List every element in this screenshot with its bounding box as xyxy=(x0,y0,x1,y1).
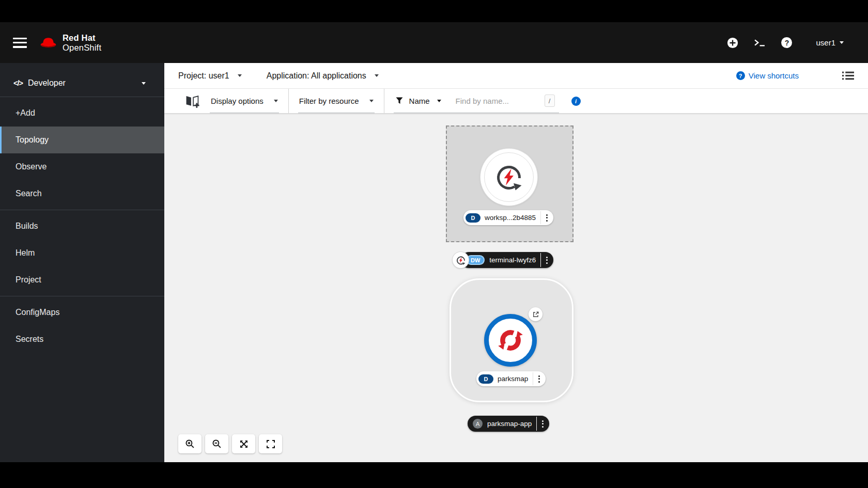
project-dropdown[interactable]: Project: user1 xyxy=(178,71,242,81)
sidebar-item-secrets[interactable]: Secrets xyxy=(0,326,164,353)
workspace-name: worksp...2b4885 xyxy=(485,214,536,222)
topology-canvas[interactable]: D worksp...2b4885 DW terminal-lwyfz6 xyxy=(164,113,868,462)
bottom-letterbox xyxy=(0,462,868,488)
application-name: parksmap-app xyxy=(487,420,532,428)
sidebar-item-project[interactable]: Project xyxy=(0,266,164,293)
parksmap-name: parksmap xyxy=(498,375,528,383)
user-menu[interactable]: user1 xyxy=(816,38,844,47)
openshift-console: Red Hat OpenShift ? user1 xyxy=(0,0,868,488)
expand-arrows-icon xyxy=(239,439,249,449)
canvas-controls xyxy=(178,434,282,453)
project-dropdown-label: Project: user1 xyxy=(178,71,229,81)
kebab-menu-icon[interactable] xyxy=(541,210,552,225)
openshift-logo-icon xyxy=(497,327,524,354)
chevron-down-icon xyxy=(840,41,844,44)
sidebar-nav: +Add Topology Observe Search Builds Helm… xyxy=(0,100,164,353)
zoom-out-icon xyxy=(212,439,222,449)
kebab-menu-icon[interactable] xyxy=(537,416,548,432)
perspective-switcher[interactable]: </> Developer xyxy=(0,72,164,94)
book-plus-icon xyxy=(185,95,199,108)
display-options-label: Display options xyxy=(211,97,264,105)
parksmap-node-label[interactable]: D parksmap xyxy=(476,371,546,386)
sidebar-item-observe[interactable]: Observe xyxy=(0,153,164,180)
sidebar-divider xyxy=(0,296,164,296)
fit-to-screen-button[interactable] xyxy=(232,434,255,453)
deployment-badge: D xyxy=(478,374,493,384)
parksmap-node[interactable] xyxy=(484,314,537,367)
context-bar-right: ? View shortcuts xyxy=(736,71,854,80)
redhat-fedora-icon xyxy=(39,35,58,50)
reset-view-button[interactable] xyxy=(259,434,282,453)
sidebar-item-topology[interactable]: Topology xyxy=(0,127,164,153)
help-menu-button[interactable]: ? xyxy=(781,37,792,48)
terminal-node-label[interactable]: DW terminal-lwyfz6 xyxy=(461,252,553,268)
masthead: Red Hat OpenShift ? user1 xyxy=(0,22,868,63)
kebab-menu-icon[interactable] xyxy=(533,371,545,386)
zoom-in-icon xyxy=(185,439,195,449)
info-circle-icon: i xyxy=(571,97,581,106)
filter-by-resource-label: Filter by resource xyxy=(299,97,359,105)
workspace-node-label[interactable]: D worksp...2b4885 xyxy=(463,210,553,225)
devworkspace-restart-icon xyxy=(456,255,466,265)
open-url-decorator[interactable] xyxy=(529,307,542,321)
zoom-out-button[interactable] xyxy=(205,434,228,453)
find-by-name-input[interactable] xyxy=(456,97,538,105)
list-icon xyxy=(842,71,854,80)
view-shortcuts-label: View shortcuts xyxy=(749,71,799,80)
masthead-actions: ? user1 xyxy=(727,37,844,49)
zoom-in-button[interactable] xyxy=(178,434,202,453)
topology-info-button[interactable]: i xyxy=(571,97,581,106)
terminal-icon xyxy=(754,38,766,47)
devworkspace-restart-icon xyxy=(494,162,524,192)
brand-text: Red Hat OpenShift xyxy=(63,33,101,52)
top-letterbox xyxy=(0,0,868,22)
application-badge: A xyxy=(473,419,483,429)
plus-circle-icon xyxy=(727,37,738,49)
sidebar-item-configmaps[interactable]: ConfigMaps xyxy=(0,299,164,326)
find-by-name-group: Name / xyxy=(394,89,559,113)
quick-create-button[interactable] xyxy=(727,37,738,49)
nav-menu-toggle[interactable] xyxy=(13,38,27,48)
chevron-down-icon xyxy=(369,100,374,102)
topology-toolbar: Display options Filter by resource Name xyxy=(164,89,868,113)
guided-tour-button[interactable] xyxy=(185,89,199,113)
terminal-node[interactable] xyxy=(453,252,469,268)
deployment-badge: D xyxy=(466,213,481,223)
view-shortcuts-link[interactable]: ? View shortcuts xyxy=(736,71,799,80)
main-content: Project: user1 Application: All applicat… xyxy=(164,63,868,462)
application-group-label[interactable]: A parksmap-app xyxy=(468,416,549,432)
chevron-down-icon xyxy=(375,74,379,77)
sidebar-item-helm[interactable]: Helm xyxy=(0,240,164,266)
application-dropdown[interactable]: Application: All applications xyxy=(267,71,379,81)
chevron-down-icon xyxy=(274,100,278,102)
display-options-dropdown[interactable]: Display options xyxy=(210,89,279,113)
question-circle-icon: ? xyxy=(736,71,745,80)
chevron-down-icon xyxy=(437,100,441,102)
chevron-down-icon xyxy=(142,82,146,85)
brand-logo[interactable]: Red Hat OpenShift xyxy=(39,33,101,52)
sidebar-divider xyxy=(0,210,164,210)
toolbar-divider xyxy=(288,89,289,113)
toolbar-divider xyxy=(384,89,384,113)
external-link-icon xyxy=(532,311,539,318)
sidebar-item-add[interactable]: +Add xyxy=(0,100,164,127)
sidebar-item-search[interactable]: Search xyxy=(0,180,164,207)
username: user1 xyxy=(816,38,835,47)
sidebar: </> Developer +Add Topology Observe Sear… xyxy=(0,63,164,462)
context-selector-bar: Project: user1 Application: All applicat… xyxy=(164,63,868,89)
perspective-label: Developer xyxy=(28,78,142,88)
application-dropdown-label: Application: All applications xyxy=(267,71,366,81)
name-filter-dropdown[interactable]: Name xyxy=(409,97,441,105)
sidebar-item-builds[interactable]: Builds xyxy=(0,213,164,240)
filter-by-resource-dropdown[interactable]: Filter by resource xyxy=(298,89,375,113)
brand-line2: OpenShift xyxy=(63,43,101,52)
brand-line1: Red Hat xyxy=(63,33,101,42)
filter-funnel-icon xyxy=(396,97,403,104)
corner-brackets-icon xyxy=(266,439,275,449)
workspace-node[interactable] xyxy=(481,149,537,206)
kebab-menu-icon[interactable] xyxy=(541,252,552,268)
list-view-toggle[interactable] xyxy=(842,71,854,80)
help-icon: ? xyxy=(781,37,792,48)
code-icon: </> xyxy=(13,79,23,87)
web-terminal-button[interactable] xyxy=(754,38,766,47)
